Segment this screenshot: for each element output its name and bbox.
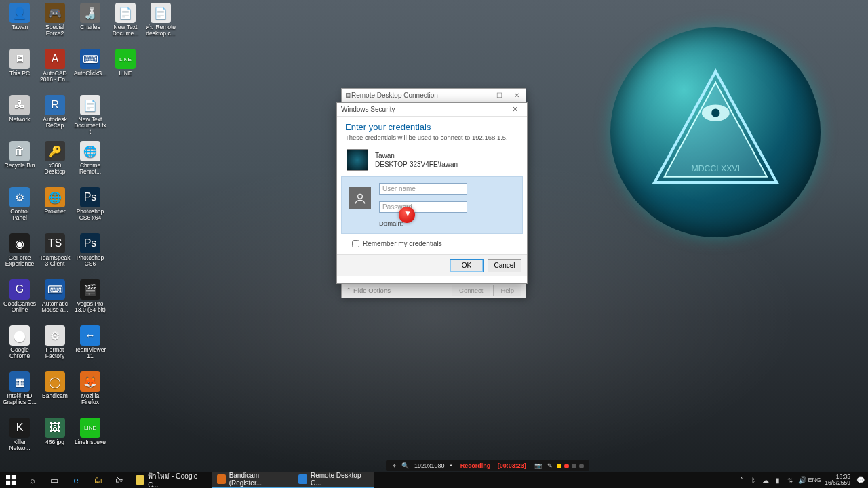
- computer-icon: 🖥: [344, 92, 351, 99]
- desktop-icon[interactable]: KKiller Netwo...: [3, 418, 37, 462]
- rdc-titlebar[interactable]: 🖥 Remote Desktop Connection — ☐ ✕: [342, 89, 526, 102]
- desktop-icon[interactable]: 🔑x360 Desktop: [38, 141, 72, 186]
- desktop-icon[interactable]: TSTeamSpeak 3 Client: [38, 233, 72, 278]
- start-button[interactable]: [0, 472, 22, 488]
- desktop-icon[interactable]: PsPhotoshop CS6: [73, 233, 107, 278]
- explorer-icon[interactable]: 🗂: [87, 472, 108, 488]
- desktop-icon[interactable]: ⬤Google Chrome: [3, 325, 37, 370]
- dot-icon: [564, 464, 569, 468]
- battery-icon[interactable]: ▮: [772, 472, 784, 488]
- desktop-icon[interactable]: AAutoCAD 2016 - En...: [38, 49, 72, 94]
- target-icon: ⌖: [393, 462, 396, 470]
- hide-options-toggle[interactable]: ⌃ Hide Options: [346, 287, 391, 294]
- remember-credentials[interactable]: Remember my credentials: [352, 240, 519, 247]
- minimize-button[interactable]: —: [473, 89, 490, 102]
- search-button[interactable]: ⌕: [22, 472, 43, 488]
- volume-icon[interactable]: 🔊: [796, 472, 808, 488]
- svg-rect-7: [12, 475, 16, 479]
- desktop-icon[interactable]: LINELINE: [108, 49, 142, 94]
- bluetooth-icon[interactable]: ᛒ: [747, 472, 760, 488]
- network-icon[interactable]: ⇅: [784, 472, 796, 488]
- connect-button[interactable]: Connect: [452, 285, 490, 296]
- pencil-icon: ✎: [547, 462, 553, 469]
- dialog-title: Windows Security: [341, 106, 395, 113]
- taskview-button[interactable]: ▭: [43, 472, 65, 488]
- desktop-icon[interactable]: 🍶Charles: [73, 3, 107, 47]
- edge-icon[interactable]: e: [65, 472, 87, 488]
- dialog-subtext: These credentials will be used to connec…: [345, 134, 519, 141]
- remember-checkbox[interactable]: [352, 240, 359, 247]
- desktop-icon[interactable]: 📄ค่ม Remote desktop c...: [144, 3, 178, 47]
- dialog-titlebar[interactable]: Windows Security ✕: [337, 103, 527, 117]
- password-input[interactable]: [379, 201, 467, 213]
- desktop-icon[interactable]: 🌐Proxifier: [38, 187, 72, 232]
- desktop-icon[interactable]: ◯Bandicam: [38, 371, 72, 416]
- svg-point-5: [357, 194, 362, 199]
- bandicam-overlay: ⌖ 🔍 1920x1080 • Recording [00:03:23] 📷 ✎: [386, 460, 589, 471]
- desktop-icon[interactable]: ⚙Format Factory: [38, 325, 72, 370]
- ok-button[interactable]: OK: [450, 259, 484, 272]
- windows-security-dialog: Windows Security ✕ Enter your credential…: [336, 102, 528, 284]
- chevron-up-icon: ⌃: [346, 287, 351, 294]
- desktop-icon[interactable]: 📄New Text Docume...: [108, 3, 142, 47]
- saved-account-row[interactable]: Tawan DESKTOP-323V4FE\tawan: [345, 146, 519, 176]
- desktop-icon[interactable]: RAutodesk ReCap: [38, 95, 72, 140]
- account-domain: DESKTOP-323V4FE\tawan: [375, 160, 458, 169]
- desktop-icon[interactable]: ⌨AutoClickS...: [73, 49, 107, 94]
- resolution: 1920x1080: [414, 462, 445, 469]
- desktop-icon[interactable]: 🦊Mozilla Firefox: [73, 371, 107, 416]
- maximize-button[interactable]: ☐: [490, 89, 508, 102]
- taskbar: ⌕ ▭ e 🗂 🛍 ฟ้าใหม่ - Google C...Bandicam …: [0, 472, 868, 488]
- svg-rect-9: [12, 481, 16, 485]
- desktop-icon[interactable]: 🌐Chrome Remot...: [73, 141, 107, 186]
- taskbar-task[interactable]: ฟ้าใหม่ - Google C...: [130, 472, 212, 488]
- clock[interactable]: 18:3516/6/2559: [821, 474, 854, 487]
- close-icon[interactable]: ✕: [507, 104, 523, 115]
- system-tray: ˄ ᛒ ☁ ▮ ⇅ 🔊 ENG 18:3516/6/2559 💬: [734, 472, 868, 488]
- desktop-icon[interactable]: 🗑Recycle Bin: [3, 141, 37, 186]
- desktop-icon[interactable]: ▦Intel® HD Graphics C...: [3, 371, 37, 416]
- language-indicator[interactable]: ENG: [808, 472, 821, 488]
- rdc-footer: ⌃ Hide Options Connect Help: [342, 283, 526, 298]
- click-indicator: [399, 207, 415, 223]
- svg-rect-8: [6, 481, 10, 485]
- new-account-pane: Domain:: [341, 176, 523, 234]
- desktop-icon[interactable]: 📄New Text Document.txt: [73, 95, 107, 140]
- taskbar-task[interactable]: Bandicam (Register...: [212, 472, 293, 488]
- action-center-icon[interactable]: 💬: [854, 472, 867, 488]
- desktop-icon[interactable]: 🎬Vegas Pro 13.0 (64-bit): [73, 279, 107, 324]
- desktop-icon[interactable]: ↔TeamViewer 11: [73, 325, 107, 370]
- onedrive-icon[interactable]: ☁: [760, 472, 772, 488]
- desktop-icon[interactable]: 🖼456.jpg: [38, 418, 72, 462]
- taskbar-task[interactable]: Remote Desktop C...: [293, 472, 374, 488]
- desktop-icon[interactable]: PsPhotoshop CS6 x64: [73, 187, 107, 232]
- desktop-icon[interactable]: GGoodGames Online: [3, 279, 37, 324]
- dot-icon: [572, 464, 576, 468]
- desktop-icon[interactable]: LINELineInst.exe: [73, 418, 107, 462]
- desktop-icon[interactable]: ◉GeForce Experience: [3, 233, 37, 278]
- desktop: MDCCLXXVI 👤Tawan🎮Special Force2🍶Charles📄…: [0, 0, 868, 488]
- desktop-icon-grid: 👤Tawan🎮Special Force2🍶Charles📄New Text D…: [3, 3, 178, 462]
- cancel-button[interactable]: Cancel: [488, 259, 521, 272]
- desktop-icon[interactable]: ⚙Control Panel: [3, 187, 37, 232]
- domain-label: Domain:: [379, 220, 515, 227]
- desktop-icon[interactable]: 👤Tawan: [3, 3, 37, 47]
- desktop-icon[interactable]: ⌨Automatic Mouse a...: [38, 279, 72, 324]
- desktop-icon[interactable]: 🎮Special Force2: [38, 3, 72, 47]
- avatar: [347, 149, 368, 171]
- username-input[interactable]: [379, 183, 467, 195]
- help-button[interactable]: Help: [493, 285, 521, 296]
- tray-chevron-icon[interactable]: ˄: [735, 472, 747, 488]
- close-button[interactable]: ✕: [508, 89, 526, 102]
- desktop-icon[interactable]: 🖧Network: [3, 95, 37, 140]
- svg-rect-6: [6, 475, 10, 479]
- svg-text:MDCCLXXVI: MDCCLXXVI: [691, 163, 740, 173]
- account-name: Tawan: [375, 151, 458, 161]
- dialog-heading: Enter your credentials: [345, 122, 519, 132]
- rdc-title: Remote Desktop Connection: [351, 92, 438, 99]
- camera-icon: 📷: [534, 462, 542, 469]
- svg-marker-1: [664, 82, 766, 176]
- desktop-icon[interactable]: 🖥This PC: [3, 49, 37, 94]
- dot-icon: [579, 464, 584, 468]
- store-icon[interactable]: 🛍: [108, 472, 130, 488]
